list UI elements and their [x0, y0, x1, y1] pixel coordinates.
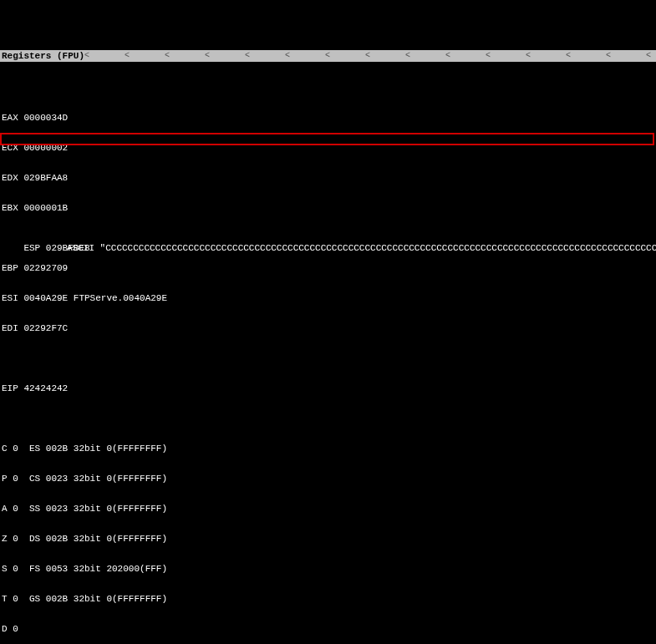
- reg-edi: EDI 02292F7C: [2, 323, 654, 333]
- reg-ecx: ECX 00000002: [2, 143, 654, 153]
- reg-eax: EAX 0000034D: [2, 113, 654, 123]
- pane-title: Registers (FPU): [2, 50, 84, 62]
- flag-row: D 0: [2, 624, 654, 634]
- titlebar-chevrons[interactable]: < < < < < < < < < < < < < < < < <: [84, 50, 656, 62]
- registers-pane[interactable]: EAX 0000034D ECX 00000002 EDX 029BFAA8 E…: [0, 92, 656, 620]
- reg-eip: EIP 42424242: [2, 383, 654, 393]
- flag-row: P 0 CS 0023 32bit 0(FFFFFFFF): [2, 474, 654, 484]
- reg-edx: EDX 029BFAA8: [2, 173, 654, 183]
- reg-esp-row: ESP 029BFBE8ASCII "CCCCCCCCCCCCCCCCCCCCC…: [2, 233, 654, 243]
- reg-ebp: EBP 02292709: [2, 263, 654, 273]
- blank-row: [2, 353, 654, 363]
- flag-row: A 0 SS 0023 32bit 0(FFFFFFFF): [2, 504, 654, 514]
- flag-row: S 0 FS 0053 32bit 202000(FFF): [2, 564, 654, 574]
- flag-row: T 0 GS 002B 32bit 0(FFFFFFFF): [2, 594, 654, 604]
- reg-ebx: EBX 0000001B: [2, 203, 654, 213]
- flag-row: Z 0 DS 002B 32bit 0(FFFFFFFF): [2, 534, 654, 544]
- esp-ascii-annotation: ASCII "CCCCCCCCCCCCCCCCCCCCCCCCCCCCCCCCC…: [67, 243, 656, 253]
- blank-row: [2, 413, 654, 423]
- flag-row: C 0 ES 002B 32bit 0(FFFFFFFF): [2, 444, 654, 454]
- registers-titlebar: Registers (FPU) < < < < < < < < < < < < …: [0, 50, 656, 62]
- reg-esi: ESI 0040A29E FTPServe.0040A29E: [2, 293, 654, 303]
